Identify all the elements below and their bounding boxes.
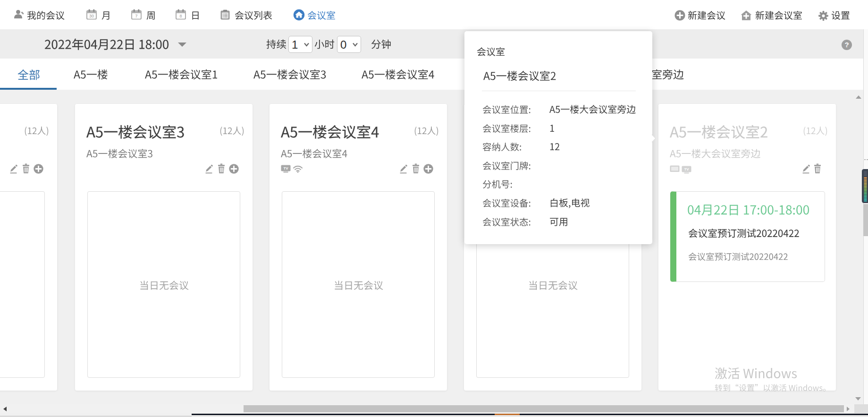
svg-text:TV: TV — [684, 167, 689, 171]
svg-text:TV: TV — [283, 166, 288, 170]
svg-text:7: 7 — [135, 14, 137, 18]
svg-text:30: 30 — [89, 14, 94, 18]
svg-text:8: 8 — [179, 14, 182, 18]
